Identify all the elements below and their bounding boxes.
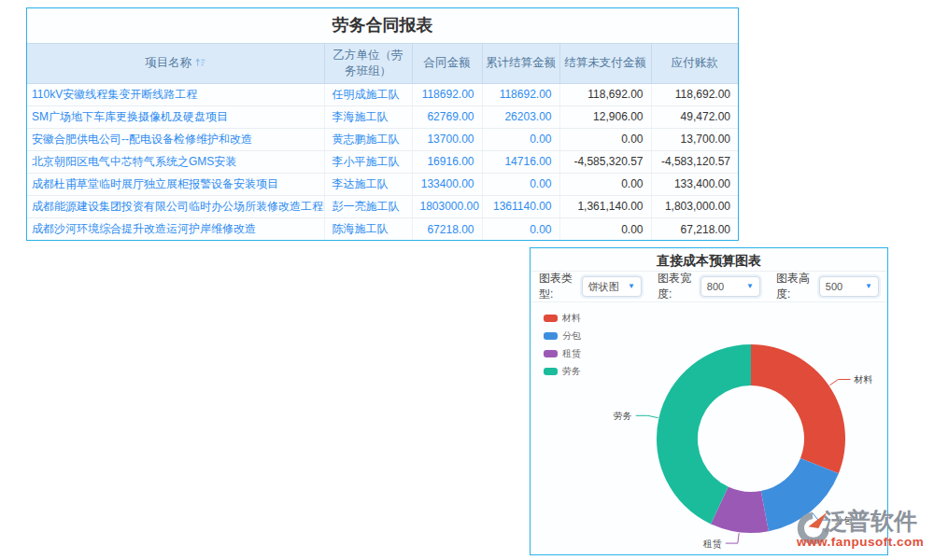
payable-amount-cell: -4,583,120.57: [651, 150, 738, 173]
project-name-cell[interactable]: 成都沙河环境综合提升改造运河护岸维修改造: [27, 217, 324, 240]
pie-label: 劳务: [614, 411, 632, 421]
chevron-down-icon: ▼: [628, 283, 635, 290]
unpaid-amount-cell: 12,906.00: [559, 105, 651, 128]
payable-amount-cell: 49,472.00: [651, 105, 738, 128]
column-header-4[interactable]: 结算未支付金额: [559, 44, 651, 84]
legend-item-1[interactable]: 分包: [544, 329, 581, 343]
chart-legend: 材料分包租赁劳务: [544, 312, 581, 378]
payable-amount-cell: 133,400.00: [651, 173, 738, 195]
select-value: 500: [826, 281, 842, 292]
legend-item-3[interactable]: 劳务: [544, 365, 581, 378]
chart-height-select[interactable]: 500▼: [819, 276, 879, 297]
payable-amount-cell: 67,218.00: [651, 217, 738, 240]
team-cell[interactable]: 黄志鹏施工队: [324, 128, 412, 150]
control-group-1: 图表宽度:800▼: [658, 271, 760, 302]
settled-amount-cell: 0.00: [482, 128, 559, 150]
team-cell[interactable]: 李达施工队: [324, 173, 412, 195]
contract-amount-cell: 133400.00: [412, 173, 482, 195]
watermark-brand: 泛普软件: [824, 506, 917, 537]
control-label: 图表宽度:: [658, 271, 696, 302]
unpaid-amount-cell: 1,361,140.00: [559, 195, 651, 217]
contract-amount-cell: 62769.00: [412, 105, 482, 128]
table-row: 成都能源建设集团投资有限公司临时办公场所装修改造工程EPC彭一亮施工队18030…: [27, 195, 738, 217]
settled-amount-cell: 26203.00: [482, 105, 559, 128]
legend-swatch: [544, 350, 558, 357]
team-cell[interactable]: 陈海施工队: [324, 217, 412, 240]
unpaid-amount-cell: 0.00: [559, 217, 651, 240]
payable-amount-cell: 13,700.00: [651, 128, 738, 150]
payable-amount-cell: 118,692.00: [651, 83, 738, 105]
table-row: SM广场地下车库更换摄像机及硬盘项目李海施工队62769.0026203.001…: [27, 105, 738, 128]
sort-icon: [195, 57, 205, 67]
settled-amount-cell: 0.00: [482, 173, 559, 195]
settled-amount-cell: 1361140.00: [482, 195, 559, 217]
report-table-body: 110kV安徽线程集变开断线路工程任明成施工队118692.00118692.0…: [27, 83, 738, 240]
report-title: 劳务合同报表: [27, 8, 738, 43]
project-name-cell[interactable]: 北京朝阳区电气中芯特气系统之GMS安装: [27, 150, 324, 173]
contract-amount-cell: 1803000.00: [412, 195, 482, 217]
legend-label: 租赁: [562, 347, 581, 360]
control-label: 图表类型:: [539, 271, 577, 302]
report-table: 项目名称乙方单位（劳务班组）合同金额累计结算金额结算未支付金额应付账款 110k…: [27, 43, 738, 240]
unpaid-amount-cell: 118,692.00: [559, 83, 651, 105]
pie-label: 租赁: [703, 539, 722, 549]
project-name-cell[interactable]: 安徽合肥供电公司--配电设备检修维护和改造: [27, 128, 324, 150]
pie-label-line: [726, 533, 739, 543]
contract-amount-cell: 16916.00: [412, 150, 482, 173]
legend-swatch: [544, 332, 558, 340]
chevron-down-icon: ▼: [865, 283, 872, 290]
table-row: 安徽合肥供电公司--配电设备检修维护和改造黄志鹏施工队13700.000.000…: [27, 128, 738, 150]
team-cell[interactable]: 任明成施工队: [324, 83, 412, 105]
column-header-3[interactable]: 累计结算金额: [482, 44, 559, 84]
column-header-2[interactable]: 合同金额: [412, 44, 482, 84]
unpaid-amount-cell: 0.00: [559, 128, 651, 150]
project-name-cell[interactable]: 成都能源建设集团投资有限公司临时办公场所装修改造工程EPC: [27, 195, 324, 217]
table-row: 110kV安徽线程集变开断线路工程任明成施工队118692.00118692.0…: [27, 83, 738, 105]
chart-controls: 图表类型:饼状图▼图表宽度:800▼图表高度:500▼: [531, 272, 887, 302]
legend-swatch: [544, 315, 558, 322]
control-group-0: 图表类型:饼状图▼: [539, 271, 642, 302]
legend-item-2[interactable]: 租赁: [544, 347, 581, 360]
watermark-url: www.fanpusoft.com: [797, 535, 924, 549]
select-value: 800: [707, 281, 724, 292]
chart-title: 直接成本预算图表: [531, 248, 887, 272]
settled-amount-cell: 118692.00: [482, 83, 559, 105]
settled-amount-cell: 0.00: [482, 217, 559, 240]
legend-swatch: [544, 368, 558, 375]
column-header-0[interactable]: 项目名称: [27, 44, 324, 84]
control-group-2: 图表高度:500▼: [776, 271, 879, 302]
payable-amount-cell: 1,803,000.00: [651, 195, 738, 217]
column-header-1[interactable]: 乙方单位（劳务班组）: [324, 44, 412, 84]
table-row: 成都杜甫草堂临时展厅独立展柜报警设备安装项目李达施工队133400.000.00…: [27, 173, 738, 195]
contract-amount-cell: 13700.00: [412, 128, 482, 150]
pie-segment-0[interactable]: [751, 344, 845, 473]
select-value: 饼状图: [588, 280, 619, 294]
table-row: 成都沙河环境综合提升改造运河护岸维修改造陈海施工队67218.000.000.0…: [27, 217, 738, 240]
project-name-cell[interactable]: 成都杜甫草堂临时展厅独立展柜报警设备安装项目: [27, 173, 324, 195]
team-cell[interactable]: 彭一亮施工队: [324, 195, 412, 217]
project-name-cell[interactable]: 110kV安徽线程集变开断线路工程: [27, 83, 324, 105]
legend-label: 材料: [562, 312, 581, 325]
table-header-row: 项目名称乙方单位（劳务班组）合同金额累计结算金额结算未支付金额应付账款: [27, 44, 738, 84]
labor-contract-report-panel: 劳务合同报表 项目名称乙方单位（劳务班组）合同金额累计结算金额结算未支付金额应付…: [26, 7, 739, 241]
unpaid-amount-cell: 0.00: [559, 173, 651, 195]
pie-label-line: [829, 380, 850, 385]
legend-label: 劳务: [562, 365, 581, 378]
settled-amount-cell: 14716.00: [482, 150, 559, 173]
control-label: 图表高度:: [776, 271, 814, 302]
team-cell[interactable]: 李小平施工队: [324, 150, 412, 173]
column-header-5[interactable]: 应付账款: [651, 44, 738, 84]
contract-amount-cell: 67218.00: [412, 217, 482, 240]
chevron-down-icon: ▼: [746, 283, 754, 290]
legend-item-0[interactable]: 材料: [544, 312, 581, 325]
unpaid-amount-cell: -4,585,320.57: [559, 150, 651, 173]
project-name-cell[interactable]: SM广场地下车库更换摄像机及硬盘项目: [27, 105, 324, 128]
contract-amount-cell: 118692.00: [412, 83, 482, 105]
pie-label-line: [636, 415, 658, 417]
chart-width-select[interactable]: 800▼: [700, 276, 760, 297]
pie-label: 材料: [854, 374, 873, 385]
chart-type-select[interactable]: 饼状图▼: [582, 276, 642, 297]
table-row: 北京朝阳区电气中芯特气系统之GMS安装李小平施工队16916.0014716.0…: [27, 150, 738, 173]
legend-label: 分包: [562, 329, 581, 343]
team-cell[interactable]: 李海施工队: [324, 105, 412, 128]
